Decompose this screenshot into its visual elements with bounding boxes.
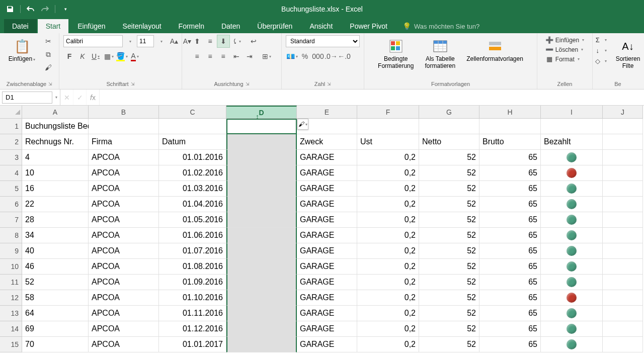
- cell-zweck[interactable]: GARAGE: [297, 150, 357, 165]
- column-header-I[interactable]: I: [541, 106, 603, 119]
- cell-ust[interactable]: 0,2: [357, 197, 419, 212]
- cell-ust[interactable]: 0,2: [357, 212, 419, 228]
- cell-rechnugsnr[interactable]: 64: [22, 306, 89, 321]
- cell-firma[interactable]: APCOA: [89, 212, 159, 228]
- cell[interactable]: [226, 165, 297, 181]
- spreadsheet-grid[interactable]: 123456789101112131415 ABCD↕EFGHIJ 🖌▾ Buc…: [0, 106, 644, 362]
- cell-firma[interactable]: APCOA: [89, 197, 159, 212]
- cell-brutto[interactable]: 65: [479, 228, 541, 243]
- cell-netto[interactable]: 52: [419, 181, 479, 197]
- cell[interactable]: [226, 306, 297, 321]
- insert-cells-button[interactable]: ➕Einfügen▾: [543, 35, 586, 45]
- accounting-format-icon[interactable]: 💶▾: [286, 50, 298, 62]
- format-as-table-button[interactable]: Als Tabelle formatieren: [421, 35, 459, 71]
- cell[interactable]: [603, 306, 643, 321]
- header-datum[interactable]: Datum: [159, 134, 226, 150]
- cell-netto[interactable]: 52: [419, 150, 479, 165]
- cell-datum[interactable]: 01.08.2016: [159, 259, 226, 275]
- cell-datum[interactable]: 01.12.2016: [159, 321, 226, 337]
- cell[interactable]: [603, 181, 643, 197]
- cell-firma[interactable]: APCOA: [89, 259, 159, 275]
- cell[interactable]: [226, 134, 297, 150]
- cell-rechnugsnr[interactable]: 28: [22, 212, 89, 228]
- cell-ust[interactable]: 0,2: [357, 150, 419, 165]
- cell-bezahlt[interactable]: [541, 197, 603, 212]
- cell-bezahlt[interactable]: [541, 243, 603, 259]
- cell[interactable]: [603, 134, 643, 150]
- cell-datum[interactable]: 01.05.2016: [159, 212, 226, 228]
- redo-icon[interactable]: [39, 3, 51, 15]
- cell-datum[interactable]: 01.11.2016: [159, 306, 226, 321]
- row-header-10[interactable]: 10: [0, 259, 22, 275]
- cell[interactable]: [603, 228, 643, 243]
- cell[interactable]: [226, 321, 297, 337]
- cell-rechnugsnr[interactable]: 16: [22, 181, 89, 197]
- font-launcher-icon[interactable]: ⇲: [131, 81, 135, 86]
- cell-rechnugsnr[interactable]: 46: [22, 259, 89, 275]
- align-center-icon[interactable]: ≡: [204, 50, 216, 62]
- cell-firma[interactable]: APCOA: [89, 290, 159, 306]
- cell-ust[interactable]: 0,2: [357, 243, 419, 259]
- select-all-corner[interactable]: [0, 106, 22, 119]
- header-rechnugsnr[interactable]: Rechnugs Nr.: [22, 134, 89, 150]
- format-painter-icon[interactable]: 🖌: [42, 61, 54, 73]
- fx-icon[interactable]: fx: [87, 89, 100, 105]
- cell-styles-button[interactable]: Zellenformatvorlagen: [462, 35, 527, 64]
- tab-review[interactable]: Überprüfen: [249, 19, 300, 33]
- cell-datum[interactable]: 01.03.2016: [159, 181, 226, 197]
- formula-input[interactable]: [100, 92, 644, 104]
- cell-zweck[interactable]: GARAGE: [297, 243, 357, 259]
- cell-bezahlt[interactable]: [541, 321, 603, 337]
- cell-firma[interactable]: APCOA: [89, 337, 159, 352]
- row-header-7[interactable]: 7: [0, 212, 22, 228]
- cancel-formula-icon[interactable]: ✕: [60, 89, 73, 105]
- column-header-B[interactable]: B: [89, 106, 159, 119]
- paste-options-icon[interactable]: 🖌▾: [297, 119, 308, 130]
- column-header-H[interactable]: H: [479, 106, 541, 119]
- cell-bezahlt[interactable]: [541, 212, 603, 228]
- alignment-launcher-icon[interactable]: ⇲: [246, 81, 250, 86]
- cell[interactable]: [603, 337, 643, 352]
- cell-rechnugsnr[interactable]: 58: [22, 290, 89, 306]
- row-header-2[interactable]: 2: [0, 134, 22, 150]
- cell-brutto[interactable]: 65: [479, 181, 541, 197]
- row-header-15[interactable]: 15: [0, 337, 22, 352]
- align-right-icon[interactable]: ≡: [217, 50, 229, 62]
- fill-color-icon[interactable]: 🪣▾: [116, 50, 128, 62]
- thousands-icon[interactable]: 000: [312, 50, 324, 62]
- cell-brutto[interactable]: 65: [479, 321, 541, 337]
- cell-zweck[interactable]: GARAGE: [297, 321, 357, 337]
- row-header-1[interactable]: 1: [0, 119, 22, 134]
- cell-netto[interactable]: 52: [419, 337, 479, 352]
- header-netto[interactable]: Netto: [419, 134, 479, 150]
- cell-brutto[interactable]: 65: [479, 197, 541, 212]
- cell-ust[interactable]: 0,2: [357, 275, 419, 290]
- cell[interactable]: [603, 321, 643, 337]
- cell-bezahlt[interactable]: [541, 165, 603, 181]
- orientation-icon[interactable]: ⤹▾: [230, 35, 243, 47]
- cell-rechnugsnr[interactable]: 69: [22, 321, 89, 337]
- cell-datum[interactable]: 01.02.2016: [159, 165, 226, 181]
- clipboard-launcher-icon[interactable]: ⇲: [48, 81, 52, 86]
- cell-zweck[interactable]: GARAGE: [297, 306, 357, 321]
- column-header-E[interactable]: E: [297, 106, 357, 119]
- bold-button[interactable]: F: [63, 50, 75, 62]
- increase-indent-icon[interactable]: ⇥: [244, 50, 256, 62]
- align-bottom-icon[interactable]: ⬇: [217, 35, 229, 47]
- tab-data[interactable]: Daten: [213, 19, 248, 33]
- tab-pagelayout[interactable]: Seitenlayout: [115, 19, 170, 33]
- column-header-G[interactable]: G: [419, 106, 479, 119]
- column-header-A[interactable]: A: [22, 106, 89, 119]
- column-header-F[interactable]: F: [357, 106, 419, 119]
- cell-zweck[interactable]: GARAGE: [297, 212, 357, 228]
- cell-ust[interactable]: 0,2: [357, 321, 419, 337]
- copy-icon[interactable]: ⧉: [42, 48, 54, 60]
- cell-firma[interactable]: APCOA: [89, 165, 159, 181]
- header-ust[interactable]: Ust: [357, 134, 419, 150]
- decrease-decimal-icon[interactable]: ←.0: [338, 50, 350, 62]
- percent-icon[interactable]: %: [299, 50, 311, 62]
- cell[interactable]: [159, 119, 226, 134]
- cell-brutto[interactable]: 65: [479, 212, 541, 228]
- save-icon[interactable]: [4, 3, 16, 15]
- cell-brutto[interactable]: 65: [479, 306, 541, 321]
